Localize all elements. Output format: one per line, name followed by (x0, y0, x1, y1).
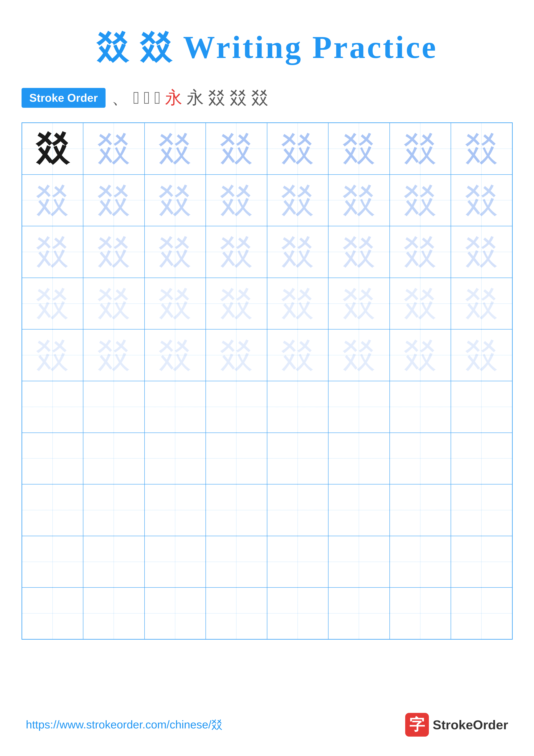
grid-cell-r9c4[interactable] (206, 536, 267, 588)
grid-cell-r5c5: 㸚 (267, 329, 328, 381)
grid-cell-r10c3[interactable] (144, 587, 206, 639)
grid-cell-r9c3[interactable] (144, 536, 206, 588)
char-r3c4: 㸚 (220, 235, 253, 269)
char-r3c8: 㸚 (465, 235, 498, 269)
grid-cell-r7c6[interactable] (328, 433, 390, 484)
grid-cell-r10c5[interactable] (267, 587, 328, 639)
grid-cell-r7c3[interactable] (144, 433, 206, 484)
grid-cell-r5c7: 㸚 (390, 329, 451, 381)
char-r1c6: 㸚 (342, 132, 376, 165)
char-r2c2: 㸚 (97, 184, 131, 217)
grid-cell-r1c1: 㸚 (22, 123, 83, 175)
stroke-5: 永 (165, 86, 182, 109)
grid-cell-r9c2[interactable] (83, 536, 144, 588)
char-r1c5: 㸚 (281, 132, 314, 165)
grid-cell-r1c5: 㸚 (267, 123, 328, 175)
grid-cell-r1c3: 㸚 (144, 123, 206, 175)
char-r1c1: 㸚 (36, 132, 69, 165)
char-r5c2: 㸚 (97, 338, 131, 372)
footer-logo: 字 StrokeOrder (405, 713, 508, 737)
grid-cell-r7c7[interactable] (390, 433, 451, 484)
char-r4c8: 㸚 (465, 287, 498, 320)
grid-cell-r9c8[interactable] (451, 536, 512, 588)
grid-cell-r9c7[interactable] (390, 536, 451, 588)
grid-cell-r6c3[interactable] (144, 381, 206, 433)
grid-cell-r8c3[interactable] (144, 484, 206, 536)
char-r4c1: 㸚 (36, 287, 69, 320)
stroke-7: 㸚 (208, 86, 225, 109)
grid-cell-r6c7[interactable] (390, 381, 451, 433)
grid-cell-r1c8: 㸚 (451, 123, 512, 175)
grid-cell-r5c2: 㸚 (83, 329, 144, 381)
grid-cell-r8c8[interactable] (451, 484, 512, 536)
grid-cell-r8c4[interactable] (206, 484, 267, 536)
grid-cell-r8c1[interactable] (22, 484, 83, 536)
grid-cell-r1c2: 㸚 (83, 123, 144, 175)
title-text: 㸚 Writing Practice (140, 30, 438, 65)
char-r4c7: 㸚 (403, 287, 437, 320)
grid-cell-r7c1[interactable] (22, 433, 83, 484)
grid-cell-r2c4: 㸚 (206, 175, 267, 226)
grid-cell-r10c2[interactable] (83, 587, 144, 639)
stroke-order-badge: Stroke Order (21, 88, 106, 108)
char-r3c2: 㸚 (97, 235, 131, 269)
grid-cell-r4c3: 㸚 (144, 278, 206, 330)
grid-cell-r7c2[interactable] (83, 433, 144, 484)
grid-cell-r7c4[interactable] (206, 433, 267, 484)
grid-cell-r1c4: 㸚 (206, 123, 267, 175)
char-r2c3: 㸚 (158, 184, 192, 217)
stroke-order-section: Stroke Order 、 𠃌 𠄌 𠄐 永 永 㸚 㸚 㸚 (0, 86, 534, 109)
grid-cell-r10c7[interactable] (390, 587, 451, 639)
grid-cell-r9c5[interactable] (267, 536, 328, 588)
grid-cell-r3c3: 㸚 (144, 226, 206, 278)
grid-cell-r6c1[interactable] (22, 381, 83, 433)
grid-cell-r8c2[interactable] (83, 484, 144, 536)
grid-cell-r3c4: 㸚 (206, 226, 267, 278)
grid-cell-r7c5[interactable] (267, 433, 328, 484)
grid-cell-r8c6[interactable] (328, 484, 390, 536)
writing-grid: 㸚 㸚 㸚 㸚 㸚 㸚 㸚 㸚 㸚 㸚 㸚 (21, 122, 513, 640)
stroke-sequence: 、 𠃌 𠄌 𠄐 永 永 㸚 㸚 㸚 (112, 86, 268, 109)
grid-cell-r8c7[interactable] (390, 484, 451, 536)
grid-cell-r6c4[interactable] (206, 381, 267, 433)
grid-cell-r1c7: 㸚 (390, 123, 451, 175)
char-r5c1: 㸚 (36, 338, 69, 372)
grid-cell-r6c6[interactable] (328, 381, 390, 433)
char-r5c5: 㸚 (281, 338, 314, 372)
grid-cell-r3c2: 㸚 (83, 226, 144, 278)
grid-cell-r3c1: 㸚 (22, 226, 83, 278)
grid-cell-r10c6[interactable] (328, 587, 390, 639)
char-r5c3: 㸚 (158, 338, 192, 372)
char-r2c4: 㸚 (220, 184, 253, 217)
grid-cell-r9c6[interactable] (328, 536, 390, 588)
char-r3c5: 㸚 (281, 235, 314, 269)
grid-cell-r2c2: 㸚 (83, 175, 144, 226)
stroke-8: 㸚 (230, 86, 247, 109)
grid-cell-r8c5[interactable] (267, 484, 328, 536)
grid-cell-r10c4[interactable] (206, 587, 267, 639)
logo-icon-char: 字 (409, 715, 425, 735)
stroke-3: 𠄌 (144, 88, 150, 108)
grid-cell-r10c8[interactable] (451, 587, 512, 639)
grid-cell-r5c1: 㸚 (22, 329, 83, 381)
grid-cell-r6c5[interactable] (267, 381, 328, 433)
grid-cell-r6c8[interactable] (451, 381, 512, 433)
page-title: 㸚 㸚 Writing Practice (96, 26, 438, 69)
title-character: 㸚 (96, 30, 140, 65)
grid-cell-r7c8[interactable] (451, 433, 512, 484)
grid-cell-r5c8: 㸚 (451, 329, 512, 381)
char-r5c4: 㸚 (220, 338, 253, 372)
char-r5c7: 㸚 (403, 338, 437, 372)
grid-cell-r2c5: 㸚 (267, 175, 328, 226)
footer-url[interactable]: https://www.strokeorder.com/chinese/㸚 (26, 717, 222, 732)
grid-cell-r10c1[interactable] (22, 587, 83, 639)
grid-cell-r6c2[interactable] (83, 381, 144, 433)
char-r5c8: 㸚 (465, 338, 498, 372)
grid-cell-r3c8: 㸚 (451, 226, 512, 278)
grid-cell-r2c3: 㸚 (144, 175, 206, 226)
grid-cell-r4c8: 㸚 (451, 278, 512, 330)
stroke-1: 、 (112, 86, 129, 109)
stroke-4: 𠄐 (154, 88, 161, 108)
grid-cell-r9c1[interactable] (22, 536, 83, 588)
grid-cell-r5c6: 㸚 (328, 329, 390, 381)
